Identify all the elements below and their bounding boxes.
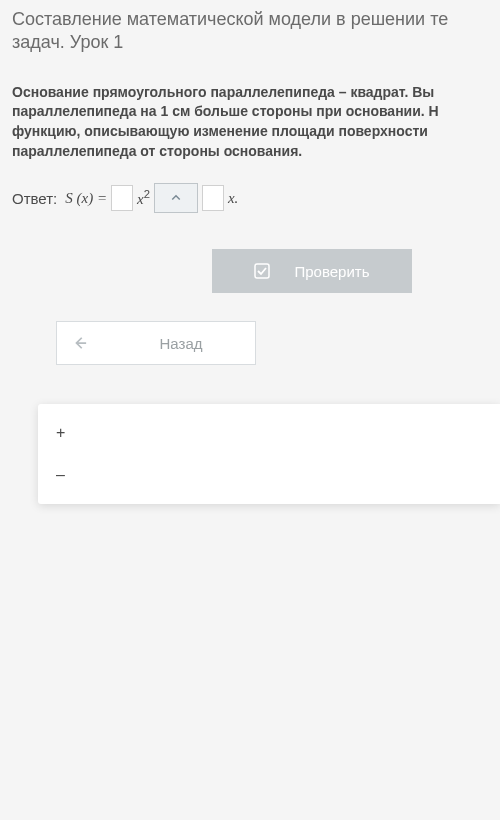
answer-tail: x. bbox=[228, 190, 238, 207]
svg-rect-0 bbox=[255, 264, 269, 278]
operator-select[interactable] bbox=[154, 183, 198, 213]
question-text: Основание прямоугольного параллелепипеда… bbox=[12, 83, 500, 161]
back-button[interactable]: Назад bbox=[56, 321, 256, 365]
answer-func: S (x) = bbox=[65, 190, 107, 207]
page-title: Составление математической модели в реше… bbox=[12, 8, 500, 55]
answer-row: Ответ: S (x) = x2 x. bbox=[12, 183, 500, 213]
dropdown-option-minus[interactable]: – bbox=[38, 454, 500, 496]
coef1-input[interactable] bbox=[111, 185, 133, 211]
arrow-left-icon bbox=[73, 336, 87, 350]
operator-dropdown: + – bbox=[38, 404, 500, 504]
x-squared: x2 bbox=[137, 188, 150, 208]
check-button-label: Проверить bbox=[294, 263, 369, 280]
chevron-up-icon bbox=[170, 192, 182, 204]
back-button-label: Назад bbox=[107, 335, 255, 352]
answer-label: Ответ: bbox=[12, 190, 57, 207]
check-button[interactable]: Проверить bbox=[212, 249, 412, 293]
dropdown-option-plus[interactable]: + bbox=[38, 412, 500, 454]
check-icon bbox=[254, 263, 270, 279]
coef2-input[interactable] bbox=[202, 185, 224, 211]
